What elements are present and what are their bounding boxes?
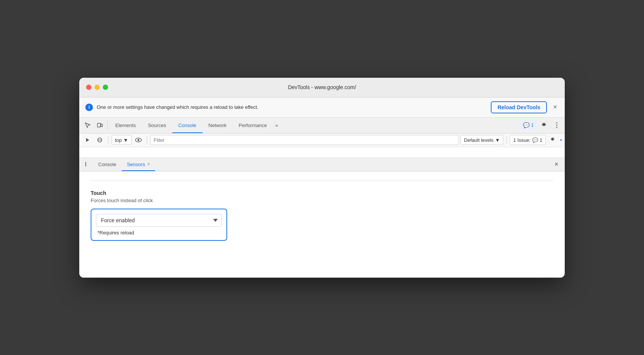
context-selector[interactable]: top ▼ xyxy=(112,135,132,145)
drawer-menu-button[interactable] xyxy=(82,159,93,170)
svg-point-9 xyxy=(137,139,139,141)
touch-description: Forces touch instead of click xyxy=(91,198,553,203)
requires-reload-text: *Requires reload xyxy=(96,230,222,236)
toolbar-divider2 xyxy=(147,136,147,144)
toolbar-divider xyxy=(108,136,108,144)
tab-performance[interactable]: Performance xyxy=(232,117,273,133)
lower-tab-console[interactable]: Console xyxy=(93,157,122,171)
svg-point-4 xyxy=(556,127,558,128)
log-levels-button[interactable]: Default levels ▼ xyxy=(460,135,503,145)
lower-tab-console-label: Console xyxy=(98,162,116,167)
touch-control-wrapper: None Force enabled *Requires reload xyxy=(91,209,227,241)
maximize-button[interactable] xyxy=(103,85,108,90)
issues-num: 1 xyxy=(540,137,542,143)
issues-icon: 💬 xyxy=(532,137,538,143)
run-snippet-button[interactable] xyxy=(82,135,93,145)
devtools-window: DevTools - www.google.com/ i One or more… xyxy=(79,78,565,278)
touch-label: Touch xyxy=(91,190,553,196)
clear-console-button[interactable] xyxy=(94,135,105,145)
notification-left: i One or more settings have changed whic… xyxy=(85,104,258,111)
svg-point-3 xyxy=(556,125,558,126)
svg-point-2 xyxy=(556,123,558,124)
tab-sources[interactable]: Sources xyxy=(142,117,172,133)
issues-badge[interactable]: 💬 1 xyxy=(520,121,537,129)
tab-actions: 💬 1 xyxy=(520,119,562,131)
lower-tab-sensors-label: Sensors xyxy=(127,162,145,167)
title-bar: DevTools - www.google.com/ xyxy=(79,78,565,97)
console-settings-button[interactable] xyxy=(547,135,558,145)
context-dropdown-icon: ▼ xyxy=(123,137,128,143)
main-tabs-bar: Elements Sources Console Network Perform… xyxy=(79,118,565,134)
close-button[interactable] xyxy=(86,85,91,90)
svg-rect-0 xyxy=(97,123,101,127)
section-divider xyxy=(91,181,553,181)
svg-rect-1 xyxy=(101,124,102,127)
tab-divider xyxy=(107,121,108,130)
notification-text: One or more settings have changed which … xyxy=(97,104,258,110)
issues-count: 1 xyxy=(531,123,534,128)
notification-bar: i One or more settings have changed whic… xyxy=(79,97,565,118)
inspect-element-button[interactable] xyxy=(82,119,94,131)
toolbar-divider3 xyxy=(506,136,507,144)
sensors-panel: Touch Forces touch instead of click None… xyxy=(79,171,565,278)
touch-select[interactable]: None Force enabled xyxy=(96,214,222,227)
svg-point-10 xyxy=(85,162,86,163)
levels-arrow: ▼ xyxy=(495,137,500,143)
tab-console[interactable]: Console xyxy=(172,117,203,133)
minimize-button[interactable] xyxy=(94,85,100,90)
notification-right: Reload DevTools × xyxy=(491,101,559,113)
issues-label-text: 1 Issue: xyxy=(513,137,531,143)
settings-button[interactable] xyxy=(538,119,550,131)
console-toolbar: top ▼ Default levels ▼ 1 Issue: 💬 1 xyxy=(79,134,565,147)
lower-tabs-bar: Console Sensors × × xyxy=(79,158,565,171)
lower-tab-sensors[interactable]: Sensors × xyxy=(122,157,156,171)
more-options-button[interactable] xyxy=(551,119,562,131)
blue-dot-indicator xyxy=(560,139,562,141)
svg-point-12 xyxy=(85,165,86,167)
issues-icon: 💬 xyxy=(523,122,529,128)
tab-network[interactable]: Network xyxy=(203,117,233,133)
more-tabs-button[interactable]: » xyxy=(273,123,280,128)
svg-marker-5 xyxy=(86,138,89,142)
reload-devtools-button[interactable]: Reload DevTools xyxy=(491,101,547,113)
notification-close-button[interactable]: × xyxy=(551,103,559,111)
context-label: top xyxy=(115,137,122,143)
tab-elements[interactable]: Elements xyxy=(109,117,142,133)
window-title: DevTools - www.google.com/ xyxy=(288,84,356,90)
info-icon: i xyxy=(85,104,93,111)
console-filter-input[interactable] xyxy=(150,135,459,145)
console-content-area xyxy=(79,147,565,158)
device-toolbar-button[interactable] xyxy=(94,119,106,131)
close-sensors-tab-button[interactable]: × xyxy=(147,162,150,167)
svg-point-11 xyxy=(85,164,86,165)
levels-label: Default levels xyxy=(464,137,493,143)
live-expressions-button[interactable] xyxy=(133,135,144,145)
issues-counter-button[interactable]: 1 Issue: 💬 1 xyxy=(510,135,546,145)
traffic-lights xyxy=(86,85,108,90)
close-drawer-button[interactable]: × xyxy=(551,159,562,170)
